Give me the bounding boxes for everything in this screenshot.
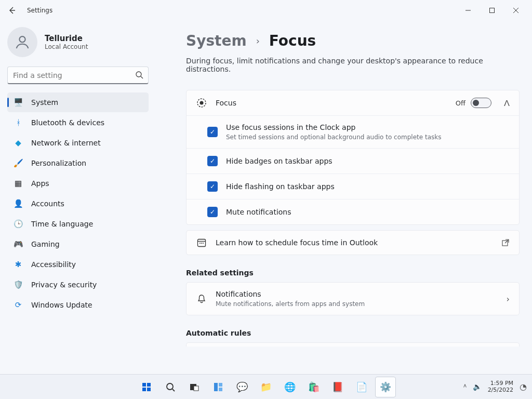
speaker-icon[interactable]: 🔈 [473, 382, 482, 392]
focus-card: Focus Off ᐱ ✓ Use focus sessions in the … [186, 90, 520, 225]
widgets-icon [213, 382, 223, 392]
svg-point-4 [200, 101, 204, 105]
nav-privacy[interactable]: 🛡️Privacy & security [7, 275, 149, 295]
chat-icon: 💬 [236, 381, 248, 392]
gaming-icon: 🎮 [12, 240, 24, 249]
clock-tray[interactable]: 1:59 PM 2/5/2022 [488, 380, 513, 393]
checkbox-icon[interactable]: ✓ [207, 181, 218, 192]
chevron-up-icon[interactable]: ᐱ [504, 98, 510, 108]
svg-rect-18 [219, 383, 222, 387]
svg-point-1 [19, 36, 25, 42]
sidebar: Telluride Local Account 🖥️System ᚼBlueto… [0, 21, 156, 374]
nav-personalization[interactable]: 🖌️Personalization [7, 153, 149, 173]
app-title: Settings [27, 7, 52, 14]
nav-accounts[interactable]: 👤Accounts [7, 194, 149, 214]
content: System › Focus During focus, limit notif… [156, 21, 532, 374]
taskview-icon [189, 382, 200, 392]
back-arrow-icon [8, 6, 16, 15]
svg-point-7 [201, 243, 202, 244]
taskbar-app1[interactable]: 📕 [327, 377, 348, 397]
taskbar-edge[interactable]: 🌐 [280, 377, 300, 397]
notifications-tray-icon[interactable]: ◔ [520, 382, 527, 392]
svg-rect-0 [490, 8, 495, 13]
taskbar-taskview[interactable] [184, 377, 205, 397]
focus-icon [196, 98, 207, 108]
svg-rect-16 [194, 386, 198, 391]
nav-gaming[interactable]: 🎮Gaming [7, 234, 149, 254]
tray[interactable]: ＾ 🔈 [461, 382, 482, 392]
chevron-right-icon: › [507, 294, 510, 304]
checkbox-icon[interactable]: ✓ [207, 127, 218, 137]
nav-bluetooth[interactable]: ᚼBluetooth & devices [7, 113, 149, 132]
chevron-right-icon: › [256, 35, 260, 46]
nav-apps[interactable]: ▦Apps [7, 174, 149, 193]
nav-update[interactable]: ⟳Windows Update [7, 295, 149, 315]
taskbar-notepad[interactable]: 📄 [351, 377, 372, 397]
focus-toggle[interactable] [471, 98, 491, 108]
svg-rect-11 [147, 383, 151, 387]
gear-icon: ⚙️ [380, 381, 391, 392]
taskbar-settings[interactable]: ⚙️ [375, 377, 396, 397]
open-link-icon [501, 238, 510, 247]
taskbar-explorer[interactable]: 📁 [256, 377, 276, 397]
calendar-icon [196, 238, 207, 247]
store-icon: 🛍️ [308, 381, 320, 392]
avatar [7, 27, 37, 57]
svg-point-8 [203, 243, 204, 244]
display-icon: 🖥️ [12, 98, 24, 107]
person-icon [14, 34, 31, 50]
automatic-rules-card [186, 342, 520, 347]
checkbox-icon[interactable]: ✓ [207, 207, 218, 217]
wifi-icon: ◆ [12, 138, 24, 148]
nav-time[interactable]: 🕒Time & language [7, 214, 149, 234]
svg-point-6 [200, 243, 201, 244]
focus-option-clock[interactable]: ✓ Use focus sessions in the Clock app Se… [187, 115, 519, 148]
focus-state-label: Off [456, 99, 466, 107]
maximize-button[interactable] [480, 3, 504, 18]
search-box[interactable] [7, 66, 149, 84]
page-description: During focus, limit notifications and ch… [186, 57, 520, 73]
back-button[interactable] [4, 3, 20, 18]
edge-icon: 🌐 [284, 381, 296, 392]
focus-option-badges[interactable]: ✓ Hide badges on taskbar apps [187, 148, 519, 174]
search-input[interactable] [7, 66, 149, 84]
paint-icon: 🖌️ [12, 158, 24, 168]
focus-option-mute[interactable]: ✓ Mute notifications [187, 199, 519, 224]
notifications-card[interactable]: Notifications Mute notifications, alerts… [186, 282, 520, 315]
update-icon: ⟳ [12, 300, 24, 310]
taskbar-search[interactable] [160, 377, 181, 397]
folder-icon: 📁 [260, 381, 272, 392]
titlebar: Settings [0, 0, 532, 21]
svg-point-2 [136, 72, 141, 77]
focus-option-flashing[interactable]: ✓ Hide flashing on taskbar apps [187, 174, 519, 199]
nav-network[interactable]: ◆Network & internet [7, 133, 149, 153]
taskbar-store[interactable]: 🛍️ [303, 377, 324, 397]
svg-point-14 [167, 383, 173, 390]
nav-accessibility[interactable]: ✱Accessibility [7, 255, 149, 274]
svg-rect-19 [219, 388, 222, 391]
nav-list: 🖥️System ᚼBluetooth & devices ◆Network &… [7, 92, 149, 315]
search-icon [165, 382, 176, 392]
breadcrumb-parent[interactable]: System [186, 32, 247, 49]
minimize-button[interactable] [456, 3, 480, 18]
nav-system[interactable]: 🖥️System [7, 92, 149, 112]
accessibility-icon: ✱ [12, 260, 24, 269]
chevron-up-icon[interactable]: ＾ [461, 382, 469, 392]
taskbar: 💬 📁 🌐 🛍️ 📕 📄 ⚙️ ＾ 🔈 1:59 PM 2/5/2022 ◔ [0, 374, 532, 399]
search-icon [135, 71, 143, 79]
taskbar-widgets[interactable] [208, 377, 229, 397]
outlook-card[interactable]: Learn how to schedule focus time in Outl… [186, 230, 520, 255]
automatic-rules-header: Automatic rules [186, 329, 520, 337]
svg-rect-17 [214, 383, 218, 391]
checkbox-icon[interactable]: ✓ [207, 156, 218, 166]
close-button[interactable] [504, 3, 528, 18]
svg-rect-13 [147, 388, 151, 391]
user-block[interactable]: Telluride Local Account [7, 27, 149, 57]
user-name: Telluride [45, 34, 88, 43]
accounts-icon: 👤 [12, 199, 24, 208]
svg-rect-12 [142, 388, 146, 391]
apps-icon: ▦ [12, 179, 24, 188]
clock-icon: 🕒 [12, 219, 24, 229]
taskbar-chat[interactable]: 💬 [232, 377, 252, 397]
start-button[interactable] [136, 377, 157, 397]
